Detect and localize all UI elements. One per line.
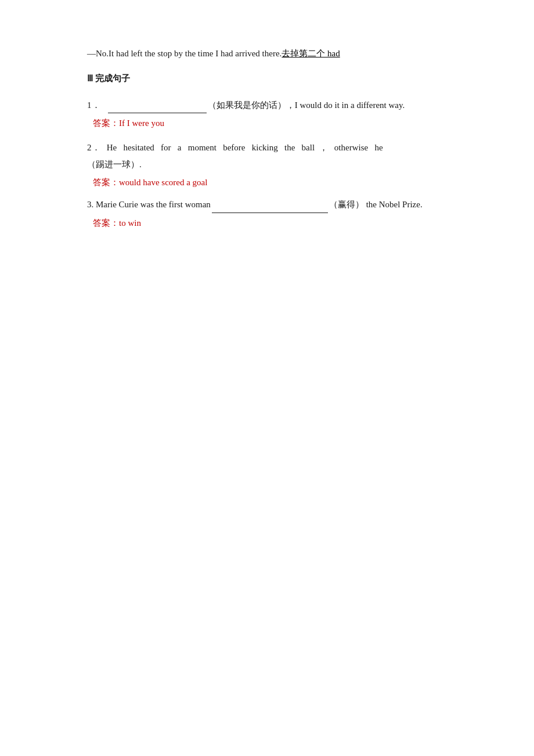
q3-answer: 答案：to win	[87, 215, 464, 231]
question-2: 2． He hesitated for a moment before kick…	[87, 139, 464, 190]
q2-hesitated: hesitated	[124, 143, 154, 152]
q2-continuation-text: （踢进一球）.	[87, 160, 142, 169]
intro-text: —No.It had left the stop by the time I h…	[87, 49, 282, 58]
q2-he: He	[107, 143, 117, 152]
q3-hint: （赢得）	[329, 200, 364, 209]
q2-otherwise: otherwise	[334, 143, 368, 152]
q1-after: ，I would do it in a different way.	[286, 100, 405, 110]
question-3-line: 3. Marie Curie was the first woman（赢得） t…	[87, 196, 464, 213]
question-1-line: 1． （如果我是你的话），I would do it in a differen…	[87, 97, 464, 114]
question-1: 1． （如果我是你的话），I would do it in a differen…	[87, 97, 464, 132]
q2-before: before	[223, 143, 245, 152]
q2-ball: ball	[302, 143, 315, 152]
q2-the: the	[284, 143, 295, 152]
q3-before: Marie Curie was the first woman	[96, 200, 211, 209]
q1-number: 1．	[87, 100, 100, 110]
intro-line: —No.It had left the stop by the time I h…	[87, 46, 464, 62]
q2-answer: 答案：would have scored a goal	[87, 175, 464, 190]
q2-moment: moment	[188, 143, 217, 152]
correction-text: 去掉第二个 had	[282, 49, 340, 58]
q2-he2: he	[374, 143, 383, 152]
question-3: 3. Marie Curie was the first woman（赢得） t…	[87, 196, 464, 231]
question-2-line: 2． He hesitated for a moment before kick…	[87, 139, 464, 156]
q2-number: 2．	[87, 143, 100, 152]
section-title: Ⅲ 完成句子	[87, 71, 464, 87]
q2-kicking: kicking	[252, 143, 278, 152]
q3-number: 3.	[87, 200, 93, 209]
q1-answer: 答案：If I were you	[87, 116, 464, 131]
q2-a: a	[178, 143, 182, 152]
question-2-continuation: （踢进一球）.	[87, 156, 464, 173]
q3-after: the Nobel Prize.	[364, 200, 423, 209]
q2-for: for	[161, 143, 171, 152]
q2-comma: ，	[319, 143, 328, 152]
q1-hint: （如果我是你的话）	[208, 100, 286, 110]
